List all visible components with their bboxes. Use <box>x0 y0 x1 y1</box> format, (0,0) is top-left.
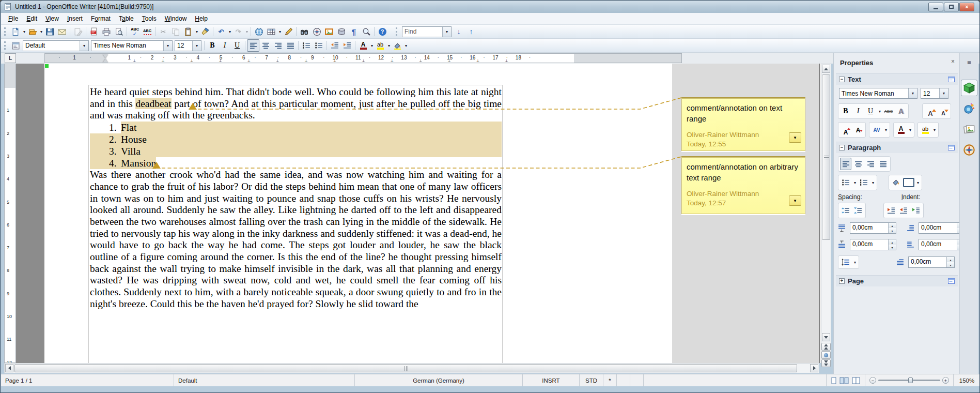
underline-dropdown[interactable]: ▾ <box>878 109 882 114</box>
section-header-paragraph[interactable]: − Paragraph <box>836 142 958 153</box>
format-paintbrush-button[interactable] <box>199 25 211 38</box>
close-button[interactable]: × <box>959 3 974 11</box>
menu-tools[interactable]: Tools <box>138 13 161 24</box>
zoom-slider-thumb[interactable] <box>908 377 913 383</box>
tab-properties[interactable] <box>961 80 977 96</box>
next-page-button[interactable] <box>821 359 831 367</box>
sidebar-decrease-indent-button[interactable] <box>898 204 909 217</box>
maximize-button[interactable] <box>944 3 959 11</box>
open-button[interactable] <box>26 25 39 38</box>
decrease-spacing-button[interactable] <box>852 204 864 217</box>
sidebar-align-left-button[interactable] <box>840 158 851 170</box>
decrease-font-button[interactable]: A <box>938 105 949 117</box>
indent-marker[interactable] <box>103 54 108 63</box>
sidebar-numbered-list-button[interactable] <box>858 176 869 189</box>
hyperlink-button[interactable] <box>253 25 265 38</box>
sidebar-font-name-combobox[interactable]: Times New Roman ▾ <box>839 88 917 99</box>
sidebar-bullet-list-button[interactable] <box>840 176 851 189</box>
sidebar-increase-indent-button[interactable] <box>885 204 897 217</box>
status-signature[interactable] <box>617 374 630 386</box>
export-pdf-button[interactable] <box>88 25 100 38</box>
zoom-button[interactable] <box>360 25 372 38</box>
section-header-page[interactable]: + Page <box>836 275 958 286</box>
text-dialog-launcher-icon[interactable] <box>948 77 955 82</box>
table-dropdown[interactable]: ▾ <box>278 29 282 34</box>
horizontal-ruler[interactable]: ·1·1·2·3·4·5·6·7·8·9·10·11·12·13·14·15·1… <box>44 53 682 63</box>
vertical-ruler[interactable]: 123456789101112 <box>4 64 16 363</box>
tab-styles-and-formatting[interactable] <box>961 100 977 117</box>
sidebar-bold-button[interactable]: B <box>840 105 851 117</box>
page-preview-button[interactable] <box>113 25 125 38</box>
sidebar-font-color-button[interactable]: A <box>895 124 907 136</box>
title-bar[interactable]: Untitled 1 - OpenOffice Writer [410m1(Bu… <box>1 1 979 13</box>
font-name-combobox[interactable]: Times New Roman ▾ <box>91 40 173 51</box>
indent-before-field[interactable]: 0,00cm ▴▾ <box>919 222 965 234</box>
zoom-in-button[interactable]: + <box>942 377 949 384</box>
paragraph-2[interactable]: Was there another crook who'd had the sa… <box>90 169 502 310</box>
paragraph-1[interactable]: He heard quiet steps behind him. That di… <box>90 86 502 122</box>
scroll-left-button[interactable] <box>5 364 13 372</box>
highlighting-button[interactable]: ab <box>374 39 386 52</box>
sidebar-strikethrough-button[interactable]: ABC <box>883 105 894 117</box>
paragraph-background-swatch[interactable] <box>903 178 914 187</box>
new-document-button[interactable] <box>9 25 22 38</box>
line-spacing-button[interactable] <box>840 256 851 268</box>
justify-button[interactable] <box>284 39 297 52</box>
font-color-dropdown[interactable]: ▾ <box>370 43 374 48</box>
draw-functions-button[interactable] <box>282 25 294 38</box>
decrease-indent-button[interactable] <box>329 39 341 52</box>
undo-button[interactable]: ↶ <box>215 25 227 38</box>
align-center-button[interactable] <box>259 39 272 52</box>
sidebar-close-icon[interactable]: × <box>951 58 955 65</box>
tab-navigator[interactable] <box>961 142 977 158</box>
paragraph-background-button[interactable] <box>891 176 902 189</box>
document-page[interactable]: He heard quiet steps behind him. That di… <box>44 64 672 363</box>
open-dropdown[interactable]: ▾ <box>39 29 43 34</box>
subscript-button[interactable]: A <box>852 124 864 136</box>
copy-button[interactable] <box>169 25 182 38</box>
font-size-dropdown[interactable]: ▾ <box>192 41 201 51</box>
sidebar-italic-button[interactable]: I <box>852 105 864 117</box>
numbered-list-dropdown[interactable]: ▾ <box>871 180 875 185</box>
single-page-view-button[interactable] <box>831 377 837 384</box>
styles-and-formatting-button[interactable] <box>9 39 22 52</box>
italic-button[interactable]: I <box>219 39 231 52</box>
book-view-button[interactable] <box>851 377 861 384</box>
collapse-icon[interactable]: − <box>839 145 845 150</box>
sidebar-underline-button[interactable]: U <box>865 105 876 117</box>
font-color-button[interactable]: A <box>357 39 369 52</box>
tab-gallery[interactable] <box>961 121 977 138</box>
status-selection-mode[interactable]: STD <box>580 374 603 386</box>
redo-dropdown[interactable]: ▾ <box>245 29 249 34</box>
bullet-list-dropdown[interactable]: ▾ <box>853 180 857 185</box>
spellcheck-button[interactable]: ABC✓ <box>129 25 141 38</box>
sidebar-align-right-button[interactable] <box>865 158 876 170</box>
numbered-list-button[interactable] <box>300 39 313 52</box>
help-button[interactable]: ? <box>376 25 388 38</box>
spin-buttons[interactable]: ▴▾ <box>946 257 954 267</box>
data-sources-button[interactable] <box>335 25 348 38</box>
spacing-below-field[interactable]: 0,00cm ▴▾ <box>850 239 896 250</box>
edit-file-button[interactable] <box>72 25 84 38</box>
find-input[interactable]: Find <box>402 28 442 35</box>
find-next-button[interactable]: ↓ <box>453 25 465 38</box>
paragraph-dialog-launcher-icon[interactable] <box>948 145 955 150</box>
paragraph-style-combobox[interactable]: Default ▾ <box>23 40 89 51</box>
undo-dropdown[interactable]: ▾ <box>228 29 232 34</box>
comment-anchor-text[interactable]: deadbeat <box>135 98 171 109</box>
list-item[interactable]: 1.Flat <box>90 122 502 133</box>
sidebar-font-size-dropdown[interactable]: ▾ <box>939 88 948 98</box>
vertical-scrollbar[interactable] <box>821 64 831 363</box>
scroll-up-button[interactable] <box>822 65 830 73</box>
cut-button[interactable]: ✂ <box>157 25 169 38</box>
comment-menu-button[interactable]: ▾ <box>789 132 801 143</box>
section-header-text[interactable]: − Text <box>836 73 958 85</box>
sidebar-justify-button[interactable] <box>877 158 889 170</box>
navigation-button[interactable] <box>821 351 831 359</box>
status-insert-mode[interactable]: INSRT <box>523 374 580 386</box>
find-replace-button[interactable] <box>298 25 310 38</box>
sidebar-align-center-button[interactable] <box>852 158 864 170</box>
sidebar-font-size-combobox[interactable]: 12 ▾ <box>921 88 948 99</box>
paste-dropdown[interactable]: ▾ <box>195 29 199 34</box>
minimize-button[interactable] <box>928 3 943 11</box>
